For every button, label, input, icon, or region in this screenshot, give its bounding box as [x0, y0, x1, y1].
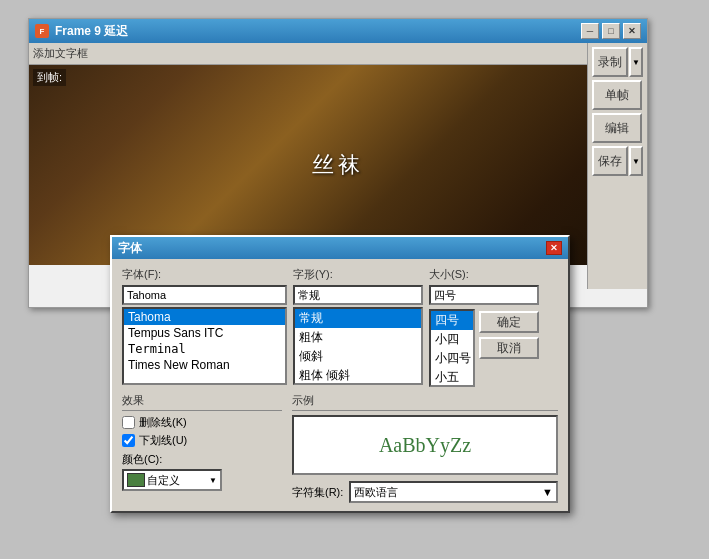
strikethrough-row: 删除线(K): [122, 415, 282, 430]
style-list[interactable]: 常规 粗体 倾斜 粗体 倾斜: [293, 307, 423, 385]
underline-label: 下划线(U): [139, 433, 187, 448]
preview-section: 示例 AaBbYyZz 字符集(R): 西欧语言 ▼: [292, 393, 558, 503]
title-icon: F: [35, 24, 49, 38]
charset-label: 字符集(R):: [292, 485, 343, 500]
color-dropdown[interactable]: 自定义 ▼: [122, 469, 222, 491]
size-list-item-5[interactable]: 小五: [431, 368, 473, 387]
restore-button[interactable]: □: [602, 23, 620, 39]
record-arrow[interactable]: ▼: [629, 47, 643, 77]
size-list-item-x4h[interactable]: 小四号: [431, 349, 473, 368]
color-row: 颜色(C):: [122, 452, 282, 467]
effects-section: 效果 删除线(K) 下划线(U) 颜色(C): 自定义 ▼: [122, 393, 282, 503]
underline-row: 下划线(U): [122, 433, 282, 448]
color-dropdown-arrow: ▼: [209, 476, 217, 485]
style-list-item-bold[interactable]: 粗体: [295, 328, 421, 347]
charset-dropdown[interactable]: 西欧语言 ▼: [349, 481, 558, 503]
preview-box: AaBbYyZz: [292, 415, 558, 475]
single-frame-button[interactable]: 单帧: [592, 80, 642, 110]
size-input[interactable]: [429, 285, 539, 305]
sidebar-buttons: 录制 ▼ 单帧 编辑 保存 ▼: [587, 43, 647, 289]
font-titlebar: 字体 ✕: [112, 237, 568, 259]
font-dialog-close[interactable]: ✕: [546, 241, 562, 255]
toolbar-add-text: 添加文字框: [33, 46, 88, 61]
save-arrow[interactable]: ▼: [629, 146, 643, 176]
size-list[interactable]: 四号 小四 小四号 小五 小五号 六号 小六 小七: [429, 309, 475, 387]
strikethrough-checkbox[interactable]: [122, 416, 135, 429]
color-value: 自定义: [147, 473, 207, 488]
charset-value: 西欧语言: [354, 485, 398, 500]
font-list-item-tahoma[interactable]: Tahoma: [124, 309, 285, 325]
size-list-item-4[interactable]: 四号: [431, 311, 473, 330]
save-button[interactable]: 保存: [592, 146, 628, 176]
save-group: 保存 ▼: [592, 146, 643, 176]
ok-button[interactable]: 确定: [479, 311, 539, 333]
font-dialog: 字体 ✕ 字体(F): Tahoma Tempus Sans ITC Termi…: [110, 235, 570, 513]
main-titlebar: F Frame 9 延迟 ─ □ ✕: [29, 19, 647, 43]
font-dialog-title: 字体: [118, 240, 142, 257]
close-button[interactable]: ✕: [623, 23, 641, 39]
style-list-item-regular[interactable]: 常规: [295, 309, 421, 328]
size-ok-cancel: 确定 取消: [479, 311, 539, 387]
font-list-item-tempus[interactable]: Tempus Sans ITC: [124, 325, 285, 341]
style-list-item-italic[interactable]: 倾斜: [295, 347, 421, 366]
font-list-item-times[interactable]: Times New Roman: [124, 357, 285, 373]
video-subtitle: 丝袜: [312, 150, 364, 180]
minimize-button[interactable]: ─: [581, 23, 599, 39]
edit-button[interactable]: 编辑: [592, 113, 642, 143]
font-input[interactable]: [122, 285, 287, 305]
main-toolbar: 添加文字框: [29, 43, 647, 65]
style-label: 字形(Y):: [293, 267, 423, 282]
strikethrough-label: 删除线(K): [139, 415, 187, 430]
font-row2: 效果 删除线(K) 下划线(U) 颜色(C): 自定义 ▼: [122, 393, 558, 503]
font-list-item-terminal[interactable]: Terminal: [124, 341, 285, 357]
preview-title: 示例: [292, 393, 558, 411]
font-list[interactable]: Tahoma Tempus Sans ITC Terminal Times Ne…: [122, 307, 287, 385]
underline-checkbox[interactable]: [122, 434, 135, 447]
cancel-button[interactable]: 取消: [479, 337, 539, 359]
main-title: Frame 9 延迟: [55, 23, 581, 40]
effects-title: 效果: [122, 393, 282, 411]
color-label: 颜色(C):: [122, 452, 162, 467]
record-group: 录制 ▼: [592, 47, 643, 77]
to-frame-label: 到帧:: [33, 69, 66, 86]
font-row1: 字体(F): Tahoma Tempus Sans ITC Terminal T…: [122, 267, 558, 387]
font-content: 字体(F): Tahoma Tempus Sans ITC Terminal T…: [112, 259, 568, 511]
font-label: 字体(F):: [122, 267, 287, 282]
size-column: 大小(S): 四号 小四 小四号 小五 小五号 六号 小六 小七 确定: [429, 267, 539, 387]
charset-row: 字符集(R): 西欧语言 ▼: [292, 481, 558, 503]
font-column: 字体(F): Tahoma Tempus Sans ITC Terminal T…: [122, 267, 287, 387]
charset-arrow: ▼: [542, 486, 553, 498]
title-controls: ─ □ ✕: [581, 23, 641, 39]
style-list-item-bolditalic[interactable]: 粗体 倾斜: [295, 366, 421, 385]
style-column: 字形(Y): 常规 粗体 倾斜 粗体 倾斜: [293, 267, 423, 387]
size-list-item-x4[interactable]: 小四: [431, 330, 473, 349]
style-input[interactable]: [293, 285, 423, 305]
record-button[interactable]: 录制: [592, 47, 628, 77]
color-swatch: [127, 473, 145, 487]
size-label: 大小(S):: [429, 267, 539, 282]
